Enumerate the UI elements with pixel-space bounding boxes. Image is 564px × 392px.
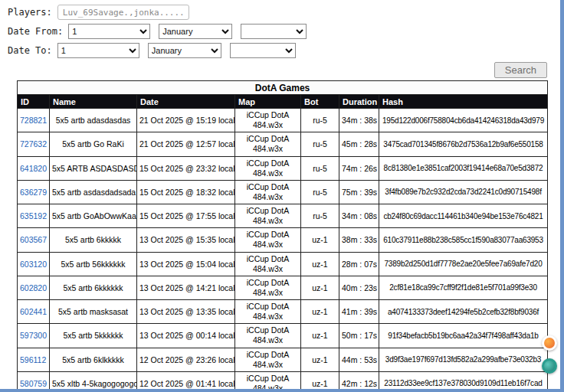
game-bot: uz-1 <box>301 228 339 252</box>
game-id-link[interactable]: 602441 <box>20 307 47 316</box>
game-date: 13 Oct 2025 @ 15:04 local <box>137 252 235 276</box>
game-hash: cb24f80c69dacc114461b340e94be153e76c4821 <box>379 204 548 228</box>
game-duration: 34m : 38s <box>339 109 379 132</box>
game-id-link[interactable]: 636279 <box>20 188 47 197</box>
game-map: iCCup DotA 484.w3x <box>235 132 301 156</box>
game-date: 13 Oct 2025 @ 14:21 local <box>137 276 235 299</box>
col-header-hash: Hash <box>379 95 548 109</box>
game-hash: a4074133373deef14294fe5b2cefb32f8bf9036f <box>379 300 548 324</box>
search-form: Players: Date From: 1 January Date To: 1… <box>0 0 564 58</box>
game-hash: 195d122d006f758804cb6da414246318da43d979 <box>379 109 548 132</box>
date-from-label: Date From: <box>8 26 63 37</box>
table-title: DotA Games <box>18 81 548 95</box>
games-table: DotA Games ID Name Date Map Bot Duration… <box>17 80 548 392</box>
game-date: 12 Oct 2025 @ 23:26 local <box>137 348 235 371</box>
date-from-month-select[interactable]: January <box>159 24 232 39</box>
games-tbody: 728821 5x5 artb adasdasdas 21 Oct 2025 @… <box>18 109 548 392</box>
game-bot: uz-1 <box>301 348 339 371</box>
table-row: 597300 5x5 artb 5kkkkkk 13 Oct 2025 @ 00… <box>18 324 548 348</box>
table-row: 602820 5x5 artb 6kkkkkk 13 Oct 2025 @ 14… <box>18 276 548 299</box>
game-date: 21 Oct 2025 @ 12:57 local <box>137 132 235 156</box>
game-name: 5x5 artb adasdasdas <box>50 109 137 132</box>
game-duration: 75m : 39s <box>339 180 379 204</box>
col-header-id: ID <box>18 95 50 109</box>
game-date: 15 Oct 2025 @ 17:55 local <box>137 204 235 228</box>
game-bot: ru-5 <box>301 204 339 228</box>
game-map: iCCup DotA 484.w3x <box>235 228 301 252</box>
game-name: 5x5 artb asdasdadsada <box>50 180 137 204</box>
game-duration: 38m : 33s <box>339 228 379 252</box>
game-id-link[interactable]: 580759 <box>20 379 47 388</box>
floating-widget-button-2[interactable] <box>542 358 557 374</box>
date-from-row: Date From: 1 January <box>8 24 564 39</box>
game-hash: 610c37911e88b238c585cc1f590a83077aa63953 <box>379 228 548 252</box>
game-hash: 91f34befacb5b19bc6aa42a34f7f498aff43da1b <box>379 324 548 348</box>
game-duration: 34m : 08s <box>339 204 379 228</box>
game-id-link[interactable]: 597300 <box>20 331 47 340</box>
table-row: 641820 5x5 ARTB ASDASDASD 15 Oct 2025 @ … <box>18 156 548 180</box>
game-duration: 40m : 23s <box>339 276 379 299</box>
date-to-row: Date To: 1 January <box>8 43 564 58</box>
game-map: iCCup DotA 484.w3x <box>235 109 301 132</box>
game-map: iCCup DotA 484.w3x <box>235 156 301 180</box>
game-id-link[interactable]: 602820 <box>20 283 47 292</box>
date-to-label: Date To: <box>8 45 52 56</box>
table-header-row: ID Name Date Map Bot Duration Hash <box>18 95 548 109</box>
floating-widget-button-1[interactable] <box>542 335 557 351</box>
table-row: 596112 5x5 artb 6klkkkkk 12 Oct 2025 @ 2… <box>18 348 548 371</box>
game-id-link[interactable]: 603567 <box>20 235 47 244</box>
game-duration: 44m : 53s <box>339 348 379 371</box>
search-row: Search <box>0 62 564 78</box>
orange-logo-icon <box>544 338 555 348</box>
game-id-link[interactable]: 641820 <box>20 164 47 173</box>
game-name: 5x5 artb 6klkkkkk <box>50 348 137 371</box>
game-name: 5x5 artb masksasat <box>50 300 137 324</box>
date-from-day-select[interactable]: 1 <box>68 24 150 39</box>
game-bot: uz-1 <box>301 276 339 299</box>
date-to-month-select[interactable]: January <box>148 43 221 58</box>
game-hash: 3f4fb089e7b2c932d2cda73d2241c0d90715498f <box>379 180 548 204</box>
vertical-scrollbar[interactable] <box>560 0 564 392</box>
game-bot: ru-5 <box>301 180 339 204</box>
date-to-year-select[interactable] <box>230 43 296 58</box>
search-button[interactable]: Search <box>494 62 547 78</box>
table-row: 636279 5x5 artb asdasdadsada 15 Oct 2025… <box>18 180 548 204</box>
table-row: 635192 5x5 artb GoAbOwwKaaa 15 Oct 2025 … <box>18 204 548 228</box>
game-name: 5x5 artb 6kkkkkk <box>50 276 137 299</box>
game-bot: uz-1 <box>301 324 339 348</box>
game-id-link[interactable]: 603120 <box>20 260 47 269</box>
game-id-link[interactable]: 596112 <box>20 355 46 364</box>
game-name: 5x5 artb Go RaKi <box>50 132 137 156</box>
game-bot: uz-1 <box>301 300 339 324</box>
date-to-day-select[interactable]: 1 <box>57 43 139 58</box>
game-duration: 28m : 07s <box>339 252 379 276</box>
game-date: 15 Oct 2025 @ 23:32 local <box>137 156 235 180</box>
game-map: iCCup DotA 484.w3x <box>235 204 301 228</box>
game-hash: 3475cad701345f8676b2d7536a12b9af6e550158 <box>379 132 548 156</box>
table-row: 602441 5x5 artb masksasat 13 Oct 2025 @ … <box>18 300 548 324</box>
game-name: 5x5 artb GoAbOwwKaaa <box>50 204 137 228</box>
table-row: 603567 5x5 artb 6kkkkk 13 Oct 2025 @ 15:… <box>18 228 548 252</box>
game-date: 13 Oct 2025 @ 15:35 local <box>137 228 235 252</box>
game-map: iCCup DotA 484.w3x <box>235 180 301 204</box>
game-id-link[interactable]: 728821 <box>20 116 47 125</box>
table-row: 727632 5x5 artb Go RaKi 21 Oct 2025 @ 12… <box>18 132 548 156</box>
col-header-date: Date <box>137 95 235 109</box>
game-bot: ru-5 <box>301 109 339 132</box>
game-date: 13 Oct 2025 @ 00:14 local <box>137 324 235 348</box>
game-id-link[interactable]: 635192 <box>20 211 47 220</box>
game-map: iCCup DotA 484.w3x <box>235 300 301 324</box>
table-row: 603120 5x5 artb 56kkkkkk 13 Oct 2025 @ 1… <box>18 252 548 276</box>
date-from-year-select[interactable] <box>241 24 307 39</box>
game-name: 5x5 artb 6kkkkk <box>50 228 137 252</box>
game-date: 21 Oct 2025 @ 15:19 local <box>137 109 235 132</box>
game-hash: 8c81380e1e3851caf2003f19414e68a70e5d3872 <box>379 156 548 180</box>
horizontal-scrollbar[interactable] <box>0 389 564 392</box>
game-id-link[interactable]: 727632 <box>20 139 47 149</box>
players-input[interactable] <box>57 5 189 20</box>
game-map: iCCup DotA 484.w3x <box>235 252 301 276</box>
game-map: iCCup DotA 484.w3x <box>235 348 301 371</box>
game-duration: 45m : 28s <box>339 132 379 156</box>
game-duration: 74m : 26s <box>339 156 379 180</box>
table-row: 728821 5x5 artb adasdasdas 21 Oct 2025 @… <box>18 109 548 132</box>
